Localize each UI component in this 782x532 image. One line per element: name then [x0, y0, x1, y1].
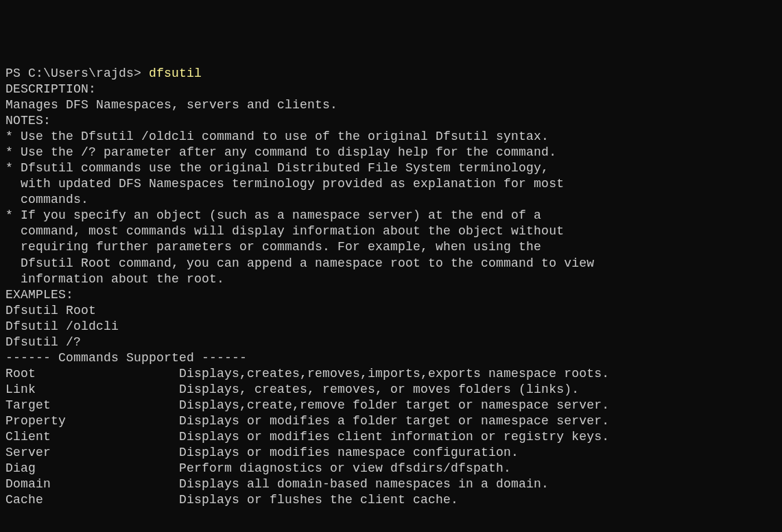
- example-line: Dfsutil /?: [5, 335, 777, 350]
- example-line: Dfsutil Root: [5, 303, 777, 319]
- command-row: Server Displays or modifies namespace co…: [5, 445, 777, 461]
- command-row: Root Displays,creates,removes,imports,ex…: [5, 366, 777, 382]
- command-row: Link Displays, creates, removes, or move…: [5, 382, 777, 398]
- note-line: command, most commands will display info…: [5, 223, 777, 239]
- note-line: * If you specify an object (such as a na…: [5, 208, 777, 223]
- commands-header: ------ Commands Supported ------: [5, 350, 777, 366]
- command-row: Client Displays or modifies client infor…: [5, 429, 777, 445]
- examples-header: EXAMPLES:: [5, 287, 777, 303]
- note-line: commands.: [5, 192, 777, 208]
- description-text: Manages DFS Namespaces, servers and clie…: [5, 97, 777, 113]
- note-line: with updated DFS Namespaces terminology …: [5, 176, 777, 192]
- note-line: * Use the /? parameter after any command…: [5, 145, 777, 160]
- note-line: Dfsutil Root command, you can append a n…: [5, 256, 777, 271]
- example-line: Dfsutil /oldcli: [5, 319, 777, 335]
- note-line: * Dfsutil commands use the original Dist…: [5, 160, 777, 176]
- notes-header: NOTES:: [5, 113, 777, 129]
- prompt-line[interactable]: PS C:\Users\rajds> dfsutil: [5, 66, 777, 82]
- description-header: DESCRIPTION:: [5, 82, 777, 97]
- command-row: Diag Perform diagnostics or view dfsdirs…: [5, 461, 777, 476]
- command-row: Target Displays,create,remove folder tar…: [5, 398, 777, 413]
- command-row: Property Displays or modifies a folder t…: [5, 413, 777, 429]
- command-row: Cache Displays or flushes the client cac…: [5, 492, 777, 508]
- prompt-prefix: PS C:\Users\rajds>: [5, 66, 149, 80]
- note-line: * Use the Dfsutil /oldcli command to use…: [5, 129, 777, 145]
- command-row: Domain Displays all domain-based namespa…: [5, 476, 777, 492]
- note-line: information about the root.: [5, 271, 777, 287]
- note-line: requiring further parameters or commands…: [5, 239, 777, 255]
- command-text: dfsutil: [149, 66, 202, 80]
